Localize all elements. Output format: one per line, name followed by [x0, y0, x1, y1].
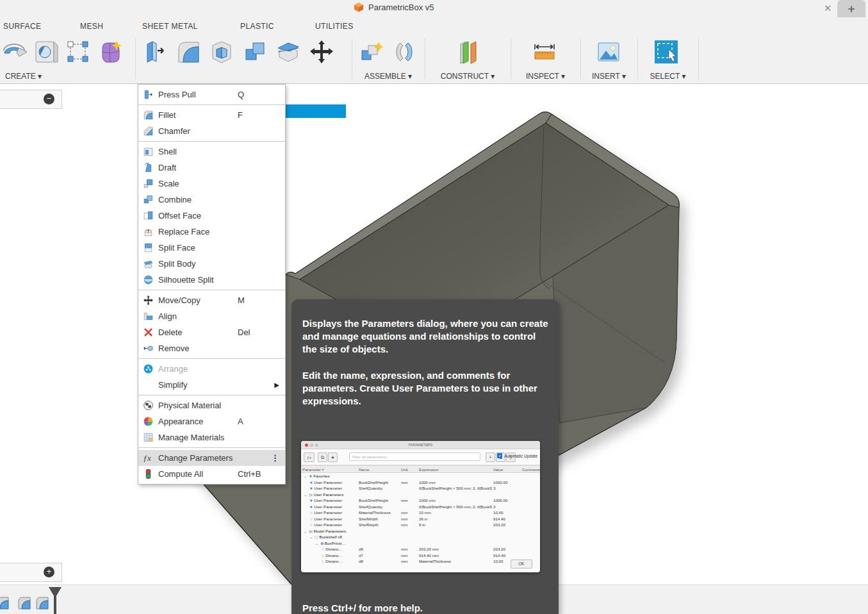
change-parameters-icon: ƒx [143, 452, 155, 463]
offset-face-icon [143, 210, 155, 221]
menu-item-label: Manage Materials [158, 433, 224, 442]
menu-item-silhouette-split[interactable]: Silhouette Split [138, 272, 285, 288]
menu-item-combine[interactable]: Combine [138, 192, 285, 208]
menu-item-arrange[interactable]: Arrange [138, 361, 285, 377]
move-icon[interactable] [309, 39, 334, 65]
menu-item-label: Silhouette Split [158, 275, 214, 285]
rectangular-pattern-icon[interactable] [65, 39, 91, 65]
shell-icon [143, 146, 155, 157]
tab-mesh[interactable]: MESH [80, 22, 103, 31]
menu-item-chamfer[interactable]: Chamfer [138, 123, 285, 139]
menu-item-move-copy[interactable]: Move/CopyM [138, 292, 285, 308]
menu-item-manage-materials[interactable]: Manage Materials [138, 429, 285, 445]
menu-item-label: Split Face [158, 243, 195, 253]
menu-item-compute-all[interactable]: Compute AllCtrl+B [138, 466, 285, 482]
menu-item-change-parameters[interactable]: ƒxChange Parameters⋮ [138, 450, 285, 466]
submenu-arrow-icon: ▶ [274, 381, 279, 388]
menu-item-label: Split Body [158, 259, 196, 269]
align-icon [143, 311, 155, 322]
parameter-row[interactable]: ☆ User ParameterMaterialThicknessmm10 mm… [301, 510, 540, 516]
parameter-row[interactable]: ☆ Distanc…d8mmMaterialThickness10.00 [301, 558, 540, 565]
parameter-group-row[interactable]: ⌄ ◼ BoxPrimit… [301, 540, 540, 547]
timeline-playhead[interactable] [54, 594, 56, 614]
change-parameters-tooltip: Displays the Parameters dialog, where yo… [291, 299, 559, 614]
parameter-group-row[interactable]: ⌄ ▤ Model Parameters [301, 528, 540, 535]
menu-item-appearance[interactable]: AppearanceA [138, 413, 285, 429]
tab-utilities[interactable]: UTILITIES [315, 22, 354, 31]
measure-icon[interactable] [532, 39, 557, 65]
parameter-group-row[interactable]: ⌄ ƒx User Parameters [301, 492, 540, 498]
modify-menu: Press PullQFilletFChamferShellDraftScale… [138, 84, 286, 485]
parameter-row[interactable]: ★ User ParameterShelfQuantityif(BookShel… [301, 485, 540, 492]
timeline-feature-fillet-icon[interactable] [0, 595, 10, 611]
menu-item-physical-material[interactable]: Physical Material [138, 397, 285, 413]
insert-image-icon[interactable] [596, 39, 621, 65]
column-name: Name [357, 466, 400, 473]
combine-icon[interactable] [242, 39, 268, 65]
tooltip-description: Displays the Parameters dialog, where yo… [302, 317, 552, 421]
menu-item-replace-face[interactable]: Replace Face [138, 224, 285, 240]
tab-plastic[interactable]: PLASTIC [240, 22, 274, 31]
split-body-icon[interactable] [275, 39, 301, 65]
collapse-browser-button[interactable]: − [44, 94, 54, 104]
timeline-feature-fillet-icon[interactable] [35, 595, 50, 611]
parameter-row[interactable]: ★ User ParameterShelfQuantityif(BookShel… [301, 504, 540, 510]
inspect-dropdown[interactable]: INSPECT ▾ [526, 72, 565, 81]
menu-item-label: Chamfer [158, 126, 190, 136]
menu-item-label: Compute All [158, 469, 203, 479]
menu-item-simplify[interactable]: Simplify▶ [138, 377, 285, 393]
parameters-dialog-preview: PARAMETERS ƒx ⧉ ★ Filter all parameters … [301, 441, 540, 572]
new-document-tab-button[interactable]: + [837, 0, 865, 17]
menu-item-label: Offset Face [158, 211, 201, 220]
construct-plane-icon[interactable] [455, 39, 481, 65]
menu-item-label: Arrange [158, 364, 188, 374]
parameter-row[interactable]: ☆ User ParameterShelfDepthmm8 in203.20 [301, 522, 540, 528]
create-form-icon[interactable] [97, 39, 123, 65]
fillet-icon[interactable] [176, 39, 201, 65]
menu-item-split-body[interactable]: Split Body [138, 256, 285, 272]
parameter-row[interactable]: ☆ Distanc…d7mm914.40 mm914.40 [301, 552, 540, 559]
tab-surface[interactable]: SURFACE [3, 22, 41, 31]
select-dropdown[interactable]: SELECT ▾ [650, 72, 686, 81]
menu-item-shell[interactable]: Shell [138, 144, 285, 160]
hole-icon[interactable] [33, 39, 59, 65]
menu-item-split-face[interactable]: Split Face [138, 240, 285, 256]
assemble-dropdown[interactable]: ASSEMBLE ▾ [364, 72, 412, 81]
joint-icon[interactable] [391, 39, 417, 65]
construct-dropdown[interactable]: CONSTRUCT ▾ [441, 72, 495, 81]
press-pull-icon[interactable] [142, 39, 168, 65]
parameter-row[interactable]: ☆ Distanc…d6mm203.20 mm203.20 [301, 546, 540, 552]
timeline-feature-fillet-icon[interactable] [17, 595, 32, 611]
overflow-dots-icon[interactable]: ⋮ [271, 453, 279, 463]
select-icon[interactable] [653, 39, 679, 65]
filter-parameters-field: Filter all parameters [349, 452, 480, 461]
new-component-icon[interactable] [359, 39, 385, 65]
menu-item-draft[interactable]: Draft [138, 160, 285, 176]
menu-item-delete[interactable]: DeleteDel [138, 324, 285, 340]
parameter-group-row[interactable]: ⌄ ★ Favorites [301, 473, 540, 479]
tooltip-paragraph-2: Edit the name, expression, and comments … [302, 369, 552, 408]
create-dropdown[interactable]: CREATE ▾ [5, 72, 42, 81]
delete-icon [143, 327, 155, 338]
revolve-icon[interactable] [1, 39, 27, 65]
expand-panel-button[interactable]: + [44, 567, 54, 577]
menu-separator [138, 290, 285, 290]
menu-item-press-pull[interactable]: Press PullQ [138, 87, 285, 103]
menu-item-offset-face[interactable]: Offset Face [138, 208, 285, 224]
document-tab[interactable]: ParametricBox v5 [354, 2, 434, 12]
remove-icon [143, 343, 155, 354]
parameter-row[interactable]: ☆ User ParameterShelfWidthmm36 in914.40 [301, 516, 540, 522]
press-pull-icon [143, 89, 155, 100]
menu-item-fillet[interactable]: FilletF [138, 107, 285, 123]
menu-item-remove[interactable]: Remove [138, 340, 285, 356]
insert-dropdown[interactable]: INSERT ▾ [592, 72, 626, 81]
menu-item-align[interactable]: Align [138, 308, 285, 324]
parameter-group-row[interactable]: ⌄ ▢ Bookshelf v8 [301, 534, 540, 540]
shell-icon[interactable] [209, 39, 234, 65]
close-document-icon[interactable]: ✕ [824, 3, 832, 14]
tab-sheet-metal[interactable]: SHEET METAL [142, 22, 198, 31]
parameter-row[interactable]: ★ User ParameterBookShelfHeightmm1000 mm… [301, 479, 540, 486]
parameter-row[interactable]: ★ User ParameterBookShelfHeightmm1000 mm… [301, 497, 540, 504]
menu-item-scale[interactable]: Scale [138, 176, 285, 192]
column-unit: Unit [400, 466, 418, 473]
